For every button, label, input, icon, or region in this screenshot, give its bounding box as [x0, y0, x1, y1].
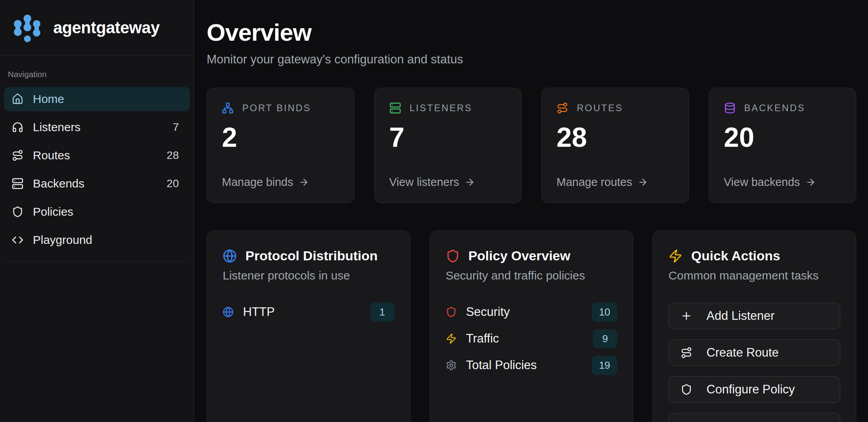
panel-title: Policy Overview	[468, 248, 571, 263]
plus-icon	[681, 310, 692, 322]
policy-label: Traffic	[466, 332, 499, 346]
route-icon	[681, 347, 692, 359]
policy-row-security: Security 10	[446, 301, 618, 323]
sidebar-item-label: Playground	[33, 233, 92, 247]
server-icon	[389, 102, 401, 114]
create-route-button[interactable]: Create Route	[668, 339, 840, 366]
brand-name: agentgateway	[53, 18, 160, 37]
headphones-icon	[12, 121, 23, 133]
panel-subtitle: Security and traffic policies	[446, 269, 618, 282]
shield-icon	[681, 384, 692, 395]
view-backends-link[interactable]: View backends	[724, 176, 841, 189]
stat-value: 2	[222, 123, 339, 153]
main-content: Overview Monitor your gateway's configur…	[194, 0, 868, 422]
policy-label: Security	[466, 305, 510, 319]
arrow-right-icon	[637, 177, 648, 188]
sidebar-item-label: Listeners	[33, 121, 81, 134]
panel-title: Protocol Distribution	[245, 248, 378, 263]
server-icon	[12, 178, 23, 189]
view-listeners-link[interactable]: View listeners	[389, 176, 507, 189]
stat-value: 28	[556, 123, 674, 153]
brand: agentgateway	[0, 0, 194, 56]
stat-label: PORT BINDS	[242, 103, 311, 114]
sidebar-item-count: 28	[167, 149, 182, 162]
globe-icon	[223, 249, 237, 263]
sidebar-divider	[4, 261, 190, 262]
sidebar-item-count: 20	[167, 177, 182, 190]
code-icon	[12, 234, 23, 246]
policy-label: Total Policies	[466, 358, 537, 372]
policy-count-badge: 9	[593, 329, 617, 348]
stats-grid: PORT BINDS 2 Manage binds LISTENERS	[207, 88, 856, 203]
stat-label: LISTENERS	[410, 103, 472, 114]
sidebar-item-policies[interactable]: Policies	[4, 200, 190, 224]
sidebar-item-playground[interactable]: Playground	[4, 228, 190, 252]
stat-value: 7	[389, 123, 507, 153]
route-icon	[556, 102, 568, 114]
stat-card-port-binds: PORT BINDS 2 Manage binds	[207, 88, 355, 203]
manage-binds-link[interactable]: Manage binds	[222, 176, 339, 189]
manage-routes-link[interactable]: Manage routes	[556, 176, 674, 189]
sidebar-item-label: Policies	[33, 205, 73, 218]
sidebar-item-label: Home	[33, 92, 64, 106]
arrow-right-icon	[299, 177, 309, 188]
zap-icon	[446, 333, 457, 344]
agentgateway-logo-icon	[12, 12, 43, 43]
panel-title: Quick Actions	[691, 248, 780, 263]
sidebar-item-label: Routes	[33, 149, 70, 162]
arrow-right-icon	[805, 177, 816, 188]
zap-icon	[668, 249, 683, 263]
quick-action-button-partial[interactable]	[668, 413, 840, 422]
app-root: agentgateway Navigation Home Listeners 7	[0, 0, 868, 422]
shield-icon	[446, 307, 457, 317]
stat-label: ROUTES	[577, 103, 623, 114]
stat-card-listeners: LISTENERS 7 View listeners	[374, 88, 522, 203]
policy-count-badge: 19	[592, 356, 617, 375]
panels-grid: Protocol Distribution Listener protocols…	[207, 231, 856, 422]
configure-policy-button[interactable]: Configure Policy	[668, 376, 840, 403]
sidebar-item-backends[interactable]: Backends 20	[4, 171, 190, 196]
protocol-row-http: HTTP 1	[223, 301, 394, 323]
settings-icon	[446, 360, 457, 371]
network-icon	[222, 102, 234, 114]
sidebar-item-listeners[interactable]: Listeners 7	[4, 115, 190, 139]
database-icon	[724, 102, 736, 114]
sidebar-item-count: 7	[173, 121, 182, 133]
page-title: Overview	[207, 20, 856, 45]
sidebar: agentgateway Navigation Home Listeners 7	[0, 0, 194, 422]
protocol-label: HTTP	[243, 305, 275, 319]
stat-label: BACKENDS	[744, 103, 805, 114]
stat-value: 20	[724, 123, 841, 153]
protocol-distribution-panel: Protocol Distribution Listener protocols…	[207, 231, 411, 422]
policy-row-total: Total Policies 19	[446, 354, 618, 376]
sidebar-item-routes[interactable]: Routes 28	[4, 143, 190, 168]
page-subtitle: Monitor your gateway's configuration and…	[207, 52, 856, 67]
sidebar-item-label: Backends	[33, 177, 85, 190]
panel-subtitle: Listener protocols in use	[223, 269, 394, 282]
route-icon	[12, 150, 23, 161]
shield-icon	[12, 206, 23, 218]
sidebar-nav: Navigation Home Listeners 7 Routes	[0, 56, 194, 262]
shield-icon	[446, 249, 460, 263]
protocol-count-badge: 1	[370, 303, 394, 322]
nav-section-label: Navigation	[8, 70, 190, 79]
globe-icon	[223, 307, 234, 317]
stat-card-backends: BACKENDS 20 View backends	[709, 88, 857, 203]
stat-card-routes: ROUTES 28 Manage routes	[541, 88, 689, 203]
sidebar-item-home[interactable]: Home	[4, 87, 190, 111]
arrow-right-icon	[465, 177, 475, 188]
policy-row-traffic: Traffic 9	[446, 328, 618, 350]
policy-count-badge: 10	[592, 303, 617, 322]
house-icon	[12, 93, 23, 105]
policy-overview-panel: Policy Overview Security and traffic pol…	[430, 231, 634, 422]
panel-subtitle: Common management tasks	[668, 269, 840, 282]
add-listener-button[interactable]: Add Listener	[668, 303, 840, 329]
quick-actions-panel: Quick Actions Common management tasks Ad…	[652, 231, 856, 422]
